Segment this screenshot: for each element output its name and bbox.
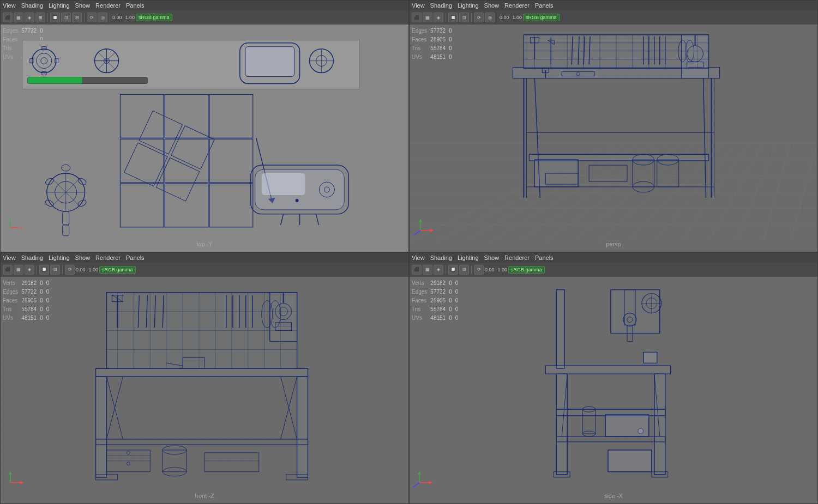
toolbar-btn-4[interactable]: ⊞ xyxy=(35,13,45,22)
viewport-content-tr xyxy=(410,25,817,252)
toolbar-btn-8[interactable]: ⟳ xyxy=(87,13,97,22)
svg-rect-245 xyxy=(643,352,657,363)
toolbar-btn-bl-5[interactable]: ⊡ xyxy=(50,265,60,275)
menu-panels-br[interactable]: Panels xyxy=(535,254,554,261)
svg-rect-27 xyxy=(165,94,208,138)
menu-renderer-br[interactable]: Renderer xyxy=(504,254,530,261)
menu-show-bl[interactable]: Show xyxy=(75,254,91,261)
toolbar-sep-3 xyxy=(110,13,110,22)
menu-lighting-tr[interactable]: Lighting xyxy=(458,2,479,9)
svg-line-125 xyxy=(703,78,706,198)
toolbar-sep-2 xyxy=(84,13,85,22)
menu-shading-bl[interactable]: Shading xyxy=(21,254,43,261)
svg-rect-35 xyxy=(139,111,183,154)
menu-shading-br[interactable]: Shading xyxy=(430,254,452,261)
menu-renderer[interactable]: Renderer xyxy=(95,2,121,9)
toolbar-btn-bl-2[interactable]: ▦ xyxy=(14,265,23,275)
menu-lighting[interactable]: Lighting xyxy=(49,2,70,9)
menu-panels[interactable]: Panels xyxy=(126,2,145,9)
toolbar-btn-1[interactable]: ⬛ xyxy=(3,13,13,22)
toolbar-btn-br-2[interactable]: ▦ xyxy=(423,265,432,275)
toolbar-sep-br-2 xyxy=(471,265,472,274)
toolbar-btn-tr-6[interactable]: ⟳ xyxy=(474,13,484,22)
main-grid: View Shading Lighting Show Renderer Pane… xyxy=(0,0,818,504)
toolbar-btn-9[interactable]: ◎ xyxy=(98,13,107,22)
svg-rect-157 xyxy=(96,377,107,477)
svg-line-47 xyxy=(281,214,284,225)
viewport-content-br xyxy=(410,277,817,504)
menu-shading[interactable]: Shading xyxy=(21,2,43,9)
toolbar-br: ⬛ ▦ ◈ 🔲 ⊡ ⟳ 0.00 1.00 sRGB gamma xyxy=(410,263,817,277)
viewport-content-bl xyxy=(1,277,408,504)
menubar-tl: View Shading Lighting Show Renderer Pane… xyxy=(1,1,408,10)
viewport-top-left[interactable]: View Shading Lighting Show Renderer Pane… xyxy=(0,0,409,252)
svg-line-48 xyxy=(316,214,318,225)
toolbar-btn-tr-4[interactable]: 🔲 xyxy=(448,13,458,22)
scale-label-tr: 1.00 xyxy=(513,15,522,20)
menu-shading-tr[interactable]: Shading xyxy=(430,2,452,9)
toolbar-btn-br-5[interactable]: ⊡ xyxy=(459,265,469,275)
toolbar-sep-1 xyxy=(47,13,48,22)
toolbar-btn-6[interactable]: ⊡ xyxy=(61,13,71,22)
toolbar-btn-br-6[interactable]: ⟳ xyxy=(474,265,484,275)
svg-rect-155 xyxy=(96,368,308,377)
svg-rect-31 xyxy=(209,139,253,183)
toolbar-btn-bl-1[interactable]: ⬛ xyxy=(3,265,13,275)
toolbar-btn-2[interactable]: ▦ xyxy=(14,13,23,22)
svg-rect-159 xyxy=(297,377,308,477)
svg-rect-28 xyxy=(209,94,253,138)
svg-rect-38 xyxy=(156,158,200,202)
toolbar-btn-tr-1[interactable]: ⬛ xyxy=(412,13,422,22)
viewport-top-right[interactable]: View Shading Lighting Show Renderer Pane… xyxy=(409,0,818,252)
menu-lighting-bl[interactable]: Lighting xyxy=(49,254,70,261)
toolbar-btn-3[interactable]: ◈ xyxy=(25,13,34,22)
toolbar-btn-5[interactable]: 🔲 xyxy=(50,13,60,22)
svg-marker-148 xyxy=(430,229,434,232)
toolbar-sep-tr-3 xyxy=(497,13,497,22)
zoom-label: 0.00 xyxy=(112,15,122,20)
toolbar-sep-bl-2 xyxy=(62,265,63,274)
menu-show-br[interactable]: Show xyxy=(484,254,500,261)
svg-text:X: X xyxy=(20,226,23,230)
uv-tiles xyxy=(120,94,275,227)
menu-view[interactable]: View xyxy=(3,2,16,9)
toolbar-btn-tr-2[interactable]: ▦ xyxy=(423,13,432,22)
menu-panels-tr[interactable]: Panels xyxy=(535,2,554,9)
menu-renderer-tr[interactable]: Renderer xyxy=(504,2,530,9)
toolbar-btn-tr-3[interactable]: ◈ xyxy=(434,13,443,22)
viewport-bottom-left[interactable]: View Shading Lighting Show Renderer Pane… xyxy=(0,252,409,505)
svg-rect-222 xyxy=(545,366,670,374)
menu-lighting-br[interactable]: Lighting xyxy=(458,254,479,261)
toolbar-btn-br-1[interactable]: ⬛ xyxy=(412,265,422,275)
svg-rect-62 xyxy=(63,225,69,236)
toolbar-btn-tr-7[interactable]: ◎ xyxy=(485,13,495,22)
toolbar-btn-bl-4[interactable]: 🔲 xyxy=(39,265,49,275)
scale-label-br: 1.00 xyxy=(498,267,508,272)
color-space-badge-tr: sRGB gamma xyxy=(523,14,560,21)
toolbar-btn-tr-5[interactable]: ⊡ xyxy=(459,13,469,22)
toolbar-btn-7[interactable]: ⊟ xyxy=(72,13,82,22)
menubar-tr: View Shading Lighting Show Renderer Pane… xyxy=(410,1,817,10)
svg-rect-37 xyxy=(124,143,168,186)
menu-view-bl[interactable]: View xyxy=(3,254,16,261)
svg-rect-226 xyxy=(556,374,567,475)
svg-rect-220 xyxy=(556,289,564,368)
toolbar-sep-tr-2 xyxy=(471,13,472,22)
toolbar-btn-bl-3[interactable]: ◈ xyxy=(25,265,34,275)
menu-renderer-bl[interactable]: Renderer xyxy=(95,254,121,261)
toolbar-tl: ⬛ ▦ ◈ ⊞ 🔲 ⊡ ⊟ ⟳ ◎ 0.00 1.00 sRGB gamma xyxy=(1,10,408,25)
uv-svg: X Y xyxy=(1,25,408,252)
menu-show-tr[interactable]: Show xyxy=(484,2,500,9)
svg-text:Y: Y xyxy=(6,215,9,220)
menu-view-br[interactable]: View xyxy=(412,254,425,261)
toolbar-btn-br-3[interactable]: ◈ xyxy=(434,265,443,275)
zoom-label-bl: 0.00 xyxy=(76,267,86,272)
viewport-bottom-right[interactable]: View Shading Lighting Show Renderer Pane… xyxy=(409,252,818,505)
menu-view-tr[interactable]: View xyxy=(412,2,425,9)
menu-panels-bl[interactable]: Panels xyxy=(126,254,145,261)
svg-rect-43 xyxy=(262,173,305,195)
menu-show[interactable]: Show xyxy=(75,2,91,9)
toolbar-btn-br-4[interactable]: 🔲 xyxy=(448,265,458,275)
svg-point-46 xyxy=(296,199,299,202)
toolbar-btn-bl-6[interactable]: ⟳ xyxy=(65,265,75,275)
